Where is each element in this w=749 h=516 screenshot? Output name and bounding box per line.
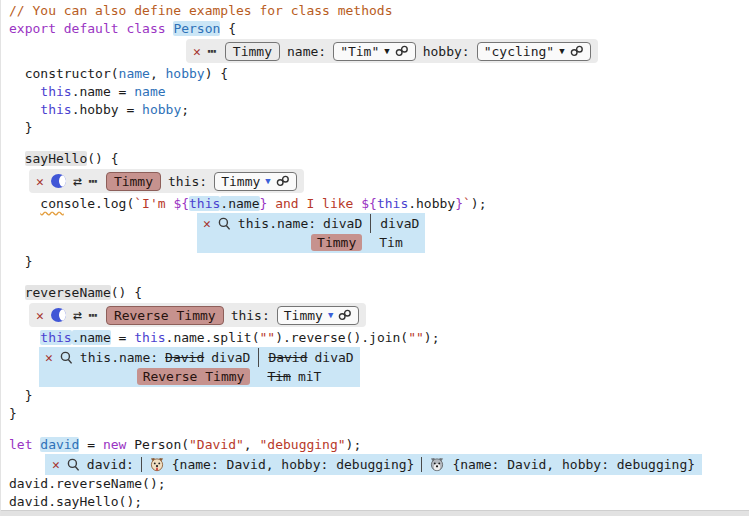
code-line: } xyxy=(9,119,749,137)
code-token: // You can also define examples for clas… xyxy=(9,3,393,18)
annotation-target: david: xyxy=(87,457,134,472)
code-token: Person( xyxy=(126,437,189,452)
code-token: () { xyxy=(111,285,142,300)
close-icon[interactable]: ✕ xyxy=(36,309,44,322)
swap-arrows-icon[interactable]: ⇄ xyxy=(73,174,82,189)
this-value: Timmy xyxy=(284,308,323,323)
chevron-down-icon: ▼ xyxy=(559,47,564,56)
code-token: this xyxy=(189,196,220,211)
sayhello-example-widget: ✕ ⇄ ⋯ Timmy this: Timmy ▼ xyxy=(29,169,304,193)
close-icon[interactable]: ✕ xyxy=(45,351,53,364)
hobby-value: "cycling" xyxy=(484,44,554,59)
annotation-example-value-cell: Tim xyxy=(370,233,419,252)
annotation-history-cell: David divaD xyxy=(258,348,353,367)
annotation-example-value: Tim xyxy=(379,235,402,250)
annotation-target: this.name: xyxy=(80,350,158,365)
code-line xyxy=(9,271,749,284)
close-icon[interactable]: ✕ xyxy=(203,217,211,230)
code-block-instantiation: }}let david = new Person("David", "debug… xyxy=(9,387,749,454)
dog-icon xyxy=(149,457,165,472)
code-token: ); xyxy=(471,196,487,211)
link-icon xyxy=(338,309,352,321)
toggle-icon[interactable] xyxy=(51,308,66,322)
annotation-example-previous: Tim xyxy=(267,369,290,384)
name-value-dropdown[interactable]: "Tim" ▼ xyxy=(333,42,416,61)
close-icon[interactable]: ✕ xyxy=(36,175,44,188)
code-token: new xyxy=(103,437,126,452)
code-token: ${ xyxy=(173,196,189,211)
close-icon[interactable]: ✕ xyxy=(52,458,60,471)
code-token: } xyxy=(9,406,17,421)
link-icon xyxy=(570,45,584,57)
code-token: ` xyxy=(463,196,471,211)
code-token: .hobby = xyxy=(72,102,142,117)
code-token: `I'm xyxy=(134,196,173,211)
code-token: and I like xyxy=(267,196,361,211)
code-token: = xyxy=(111,330,134,345)
annotation-history-cell: divaD xyxy=(370,214,419,233)
code-token: } xyxy=(455,196,463,211)
name-field-label: name: xyxy=(287,44,326,59)
magnifier-icon[interactable] xyxy=(218,217,231,231)
chevron-down-icon: ▼ xyxy=(384,47,389,56)
annotation-row-live: ✕ this.name: David divaD xyxy=(45,348,258,367)
code-line: export default class Person { xyxy=(9,20,749,38)
code-line: reverseName() { xyxy=(9,284,749,302)
example-badge[interactable]: Reverse Timmy xyxy=(137,368,251,385)
this-value-dropdown[interactable]: Timmy ▼ xyxy=(214,172,297,191)
annotation-history-value: divaD xyxy=(380,216,419,231)
code-line: david.reverseName(); xyxy=(9,475,749,493)
this-value-dropdown[interactable]: Timmy ▼ xyxy=(277,306,360,325)
more-icon[interactable]: ⋯ xyxy=(208,44,218,59)
toggle-icon[interactable] xyxy=(51,174,66,188)
code-token: "David" xyxy=(189,437,244,452)
code-token: david.sayHello(); xyxy=(9,494,142,509)
link-icon xyxy=(395,45,409,57)
more-icon[interactable]: ⋯ xyxy=(89,308,99,323)
code-token: sole.log( xyxy=(64,196,134,211)
code-token: .hobby xyxy=(408,196,455,211)
code-token: this xyxy=(40,330,71,345)
close-icon[interactable]: ✕ xyxy=(193,45,201,58)
code-token: ).reverse().join( xyxy=(275,330,408,345)
code-token: this xyxy=(377,196,408,211)
code-line xyxy=(9,137,749,150)
example-button-reverse-timmy[interactable]: Reverse Timmy xyxy=(106,306,224,325)
code-line: constructor(name, hobby) { xyxy=(9,65,749,83)
horizontal-scrollbar[interactable] xyxy=(1,510,749,516)
code-token xyxy=(9,285,25,300)
annotation-previous-value: David xyxy=(165,350,204,365)
code-block-calls: david.reverseName();david.sayHello(); xyxy=(9,475,749,511)
code-line: this.name = this.name.split("").reverse(… xyxy=(9,329,749,347)
more-icon[interactable]: ⋯ xyxy=(89,174,99,189)
magnifier-icon[interactable] xyxy=(67,458,80,472)
swap-arrows-icon[interactable]: ⇄ xyxy=(73,308,82,323)
example-badge[interactable]: Timmy xyxy=(311,234,362,251)
example-button-timmy[interactable]: Timmy xyxy=(225,42,280,61)
annotation-example-value-cell: Tim miT xyxy=(258,367,353,386)
code-token: export default class xyxy=(9,21,173,36)
code-token: sayHello xyxy=(25,151,88,166)
value-annotation-david: ✕ david: {name: David, hobby: debugging}… xyxy=(45,454,702,475)
annotation-target: this.name: xyxy=(238,216,316,231)
code-token xyxy=(9,84,40,99)
annotation-example-cell: Reverse Timmy xyxy=(45,367,258,386)
code-token: .name xyxy=(220,196,259,211)
code-token: name xyxy=(134,84,165,99)
code-token: david xyxy=(40,437,79,452)
hobby-value-dropdown[interactable]: "cycling" ▼ xyxy=(477,42,591,61)
code-token: "" xyxy=(408,330,424,345)
code-token: david.reverseName(); xyxy=(9,476,166,491)
class-example-widget: ✕ ⋯ Timmy name: "Tim" ▼ hobby: "cycling"… xyxy=(186,39,598,63)
magnifier-icon[interactable] xyxy=(60,351,73,365)
chevron-down-icon: ▼ xyxy=(328,311,333,320)
code-line: this.hobby = hobby; xyxy=(9,101,749,119)
code-token: } xyxy=(9,254,32,269)
this-label: this: xyxy=(168,174,207,189)
code-token: .name.split( xyxy=(166,330,260,345)
code-block-constructor: constructor(name, hobby) { this.name = n… xyxy=(9,65,749,168)
code-line: } xyxy=(9,253,749,271)
annotation-example-cell: Timmy xyxy=(203,233,370,252)
example-button-timmy[interactable]: Timmy xyxy=(106,172,161,191)
hobby-field-label: hobby: xyxy=(423,44,470,59)
